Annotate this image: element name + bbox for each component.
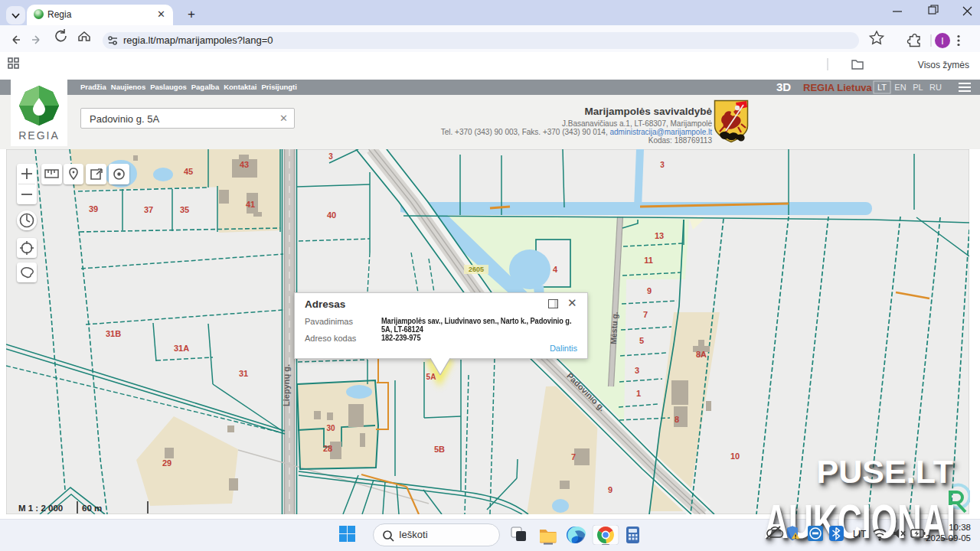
svg-text:43: 43 (240, 160, 249, 169)
svg-text:31B: 31B (106, 329, 121, 338)
svg-text:I: I (941, 36, 943, 47)
svg-text:7: 7 (571, 452, 576, 461)
svg-text:4: 4 (553, 265, 558, 274)
svg-text:11: 11 (644, 256, 653, 265)
svg-text:PL: PL (913, 83, 923, 92)
svg-text:35: 35 (180, 205, 189, 214)
svg-text:10: 10 (730, 452, 740, 461)
svg-text:31: 31 (239, 369, 248, 378)
svg-text:41: 41 (246, 200, 255, 209)
svg-text:28: 28 (323, 444, 332, 453)
svg-text:RU: RU (929, 83, 942, 92)
svg-text:EN: EN (894, 83, 906, 92)
svg-text:1: 1 (636, 389, 641, 398)
svg-text:3: 3 (660, 161, 665, 169)
svg-text:3D: 3D (776, 80, 791, 93)
svg-text:40: 40 (327, 210, 336, 220)
svg-text:8: 8 (675, 415, 679, 424)
svg-text:2605: 2605 (469, 266, 484, 273)
svg-text:29: 29 (162, 458, 172, 468)
svg-text:9: 9 (647, 286, 652, 295)
svg-text:31A: 31A (174, 344, 189, 353)
svg-text:37: 37 (144, 205, 153, 214)
svg-text:45: 45 (184, 167, 193, 176)
svg-text:39: 39 (89, 204, 98, 214)
svg-text:M 1 : 2 000: M 1 : 2 000 (18, 504, 63, 513)
svg-text:Mėstu g.: Mėstu g. (609, 311, 619, 344)
svg-text:30: 30 (326, 424, 335, 432)
svg-text:13: 13 (655, 231, 664, 240)
svg-text:60 m: 60 m (82, 504, 102, 513)
svg-text:LIT: LIT (853, 529, 867, 540)
svg-text:8A: 8A (696, 350, 707, 359)
svg-text:3: 3 (635, 366, 639, 375)
svg-text:9: 9 (608, 485, 612, 494)
svg-text:LT: LT (877, 83, 887, 92)
svg-text:7: 7 (643, 310, 648, 319)
svg-text:REGIA Lietuva: REGIA Lietuva (803, 82, 873, 93)
svg-text:5: 5 (639, 336, 644, 345)
svg-text:5B: 5B (434, 445, 445, 454)
svg-text:Liepynų g.: Liepynų g. (282, 364, 291, 406)
svg-text:3: 3 (328, 152, 333, 161)
